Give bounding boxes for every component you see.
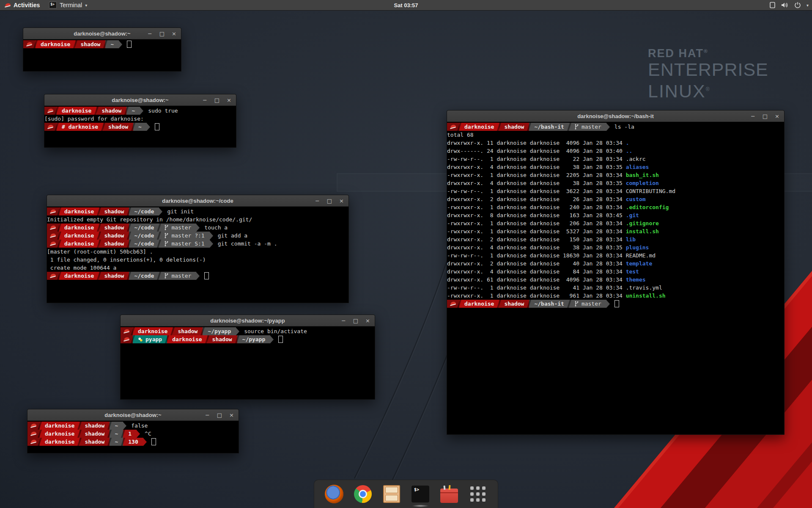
titlebar[interactable]: darknoise@shadow:~ − □ × [27, 409, 239, 421]
prompt-arrow [196, 224, 200, 232]
segment-text: darknoise [64, 232, 94, 239]
ls-meta: drwx------. 24 darknoise darknoise 4096 … [447, 148, 626, 154]
ls-meta: -rwxrwxr-x. 1 darknoise darknoise 240 Ja… [447, 204, 626, 210]
maximize-button[interactable]: □ [327, 198, 332, 204]
dock-item-firefox[interactable] [324, 484, 344, 504]
activities-label: Activities [14, 2, 40, 8]
terminal-line: -rwxrwxr-x. 1 darknoise darknoise 206 Ja… [447, 219, 784, 227]
terminal-content[interactable]: darknoiseshadow~/codegit initInitialized… [47, 207, 348, 280]
terminal-window-home-2[interactable]: darknoise@shadow:~ − □ × darknoiseshadow… [27, 409, 239, 453]
minimize-button[interactable]: − [751, 113, 755, 119]
terminal-line: # darknoiseshadow~ [44, 123, 236, 131]
prompt-segment-path: ~ [110, 422, 123, 430]
minimize-button[interactable]: − [315, 198, 320, 204]
prompt-segment-user: # darknoise [57, 123, 103, 131]
minimize-button[interactable]: − [341, 318, 346, 323]
titlebar[interactable]: darknoise@shadow:~ − □ × [23, 28, 181, 39]
terminal-content[interactable]: darknoiseshadow~sudo true[sudo] password… [44, 106, 236, 131]
prompt-segment-user: darknoise [133, 327, 173, 335]
ls-filename: aliases [626, 164, 649, 170]
prompt-arrow [606, 300, 610, 308]
system-status-area[interactable]: ▾ [769, 0, 809, 10]
prompt-segment-user: darknoise [167, 335, 207, 343]
minimize-button[interactable]: − [148, 31, 152, 36]
dock-item-terminal[interactable]: $> [411, 484, 430, 504]
terminal-line: 1 file changed, 0 insertions(+), 0 delet… [47, 256, 348, 264]
terminal-content[interactable]: darknoiseshadow~/pyappsource bin/activat… [121, 326, 375, 343]
redhat-icon [50, 225, 56, 230]
terminal-window-sudo[interactable]: darknoise@shadow:~ − □ × darknoiseshadow… [44, 94, 236, 148]
prompt-segment-host: shadow [75, 40, 105, 48]
segment-text: darknoise [464, 124, 494, 130]
prompt-arrow [270, 336, 274, 343]
prompt-arrow [137, 430, 140, 438]
terminal-window-pyapp[interactable]: darknoise@shadow:~/pyapp − □ × darknoise… [120, 315, 375, 400]
terminal-window-code[interactable]: darknoise@shadow:~/code − □ × darknoises… [47, 195, 349, 303]
prompt-segment-user: darknoise [59, 232, 99, 240]
output-text: Initialized empty Git repository in /hom… [47, 216, 252, 223]
running-indicator [412, 505, 429, 507]
close-button[interactable]: × [229, 412, 234, 418]
redhat-icon [50, 233, 56, 238]
ls-filename: CONTRIBUTING.md [626, 188, 675, 194]
ls-meta: drwxrwxr-x. 61 darknoise darknoise 4096 … [447, 276, 626, 283]
ls-meta: -rw-rw-r--. 1 darknoise darknoise 41 Jan… [447, 284, 626, 291]
terminal-app-icon: $> [49, 2, 57, 8]
terminal-cursor [151, 438, 156, 445]
titlebar[interactable]: darknoise@shadow:~/bash-it − □ × [447, 110, 784, 122]
ls-filename: completion [626, 180, 659, 186]
clock[interactable]: Sat 03:57 [394, 2, 418, 8]
ls-filename: lib [626, 236, 636, 243]
terminal-content[interactable]: darknoiseshadow~/bash-itmasterls -latota… [447, 122, 784, 308]
app-menu-terminal[interactable]: $> Terminal ▾ [45, 0, 91, 10]
branch-icon [164, 225, 169, 230]
titlebar[interactable]: darknoise@shadow:~ − □ × [44, 94, 236, 106]
dock-item-chrome[interactable] [353, 484, 373, 504]
prompt-segment-path: ~/bash-it [529, 123, 569, 131]
ls-meta: -rwxrwxr-x. 1 darknoise darknoise 961 Ja… [447, 293, 626, 299]
branch-icon [574, 301, 579, 306]
close-button[interactable]: × [775, 113, 779, 119]
maximize-button[interactable]: □ [763, 113, 768, 119]
terminal-line: darknoiseshadow~/codemaster S:1git commi… [47, 240, 348, 248]
terminal-line: -rwxrwxr-x. 1 darknoise darknoise 240 Ja… [447, 203, 784, 211]
titlebar[interactable]: darknoise@shadow:~/pyapp − □ × [121, 315, 375, 326]
terminal-cursor [278, 336, 283, 343]
close-button[interactable]: × [365, 318, 370, 323]
terminal-window-bash-it[interactable]: darknoise@shadow:~/bash-it − □ × darknoi… [447, 110, 785, 435]
ls-filename: .ackrc [626, 156, 646, 162]
terminal-content[interactable]: darknoiseshadow~ [23, 39, 181, 48]
dock-item-file-manager[interactable] [382, 484, 401, 504]
titlebar[interactable]: darknoise@shadow:~/code − □ × [47, 195, 348, 207]
close-button[interactable]: × [227, 97, 231, 103]
close-button[interactable]: × [172, 31, 176, 36]
terminal-line: -rwxrwxr-x. 1 darknoise darknoise 961 Ja… [447, 292, 784, 300]
maximize-button[interactable]: □ [214, 97, 219, 103]
terminal-line: -rw-rw-r--. 1 darknoise darknoise 3622 J… [447, 187, 784, 195]
maximize-button[interactable]: □ [353, 318, 358, 323]
maximize-button[interactable]: □ [217, 412, 222, 418]
firefox-icon [325, 485, 343, 503]
ls-filename: themes [626, 276, 646, 283]
prompt-segment-path: ~/code [129, 272, 159, 280]
command-text: ^C [145, 431, 151, 437]
segment-text: master ?:1 [171, 232, 204, 239]
terminal-window-home-1[interactable]: darknoise@shadow:~ − □ × darknoiseshadow… [23, 28, 181, 72]
close-button[interactable]: × [339, 198, 344, 204]
maximize-button[interactable]: □ [159, 31, 165, 36]
activities-button[interactable]: Activities [0, 0, 45, 10]
segment-text: shadow [178, 328, 198, 334]
dock-item-app-grid[interactable] [468, 484, 488, 504]
ls-meta: drwxrwxr-x. 2 darknoise darknoise 26 Jan… [447, 196, 626, 202]
ls-meta: drwxrwxr-x. 2 darknoise darknoise 150 Ja… [447, 236, 626, 243]
terminal-line: -rwxrwxr-x. 1 darknoise darknoise 2205 J… [447, 171, 784, 179]
segment-text: shadow [80, 41, 100, 47]
ls-filename: . [626, 140, 629, 146]
ls-filename: .travis.yml [626, 284, 662, 291]
terminal-line: create mode 100644 a [47, 264, 348, 272]
terminal-line: total 68 [447, 131, 784, 139]
dock-item-toolbox[interactable] [439, 484, 459, 504]
minimize-button[interactable]: − [205, 412, 210, 418]
minimize-button[interactable]: − [203, 97, 207, 103]
terminal-content[interactable]: darknoiseshadow~falsedarknoiseshadow~1^C… [27, 421, 239, 446]
